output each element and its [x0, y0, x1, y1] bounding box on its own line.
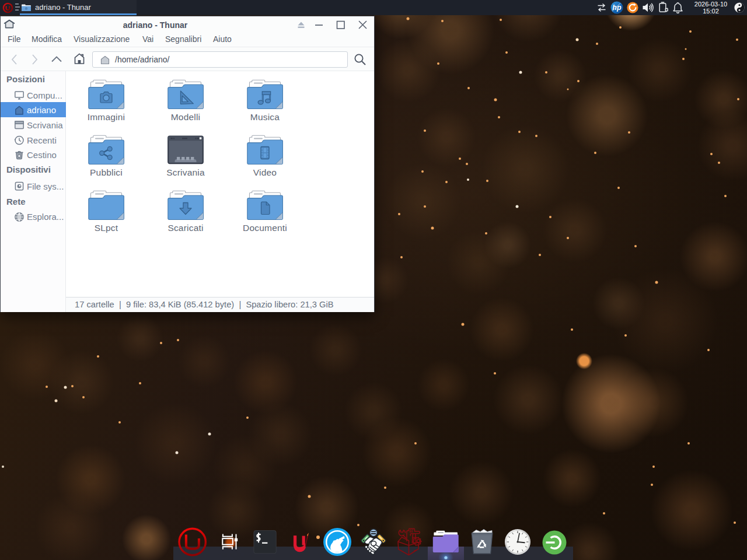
svg-text:hp: hp [612, 4, 622, 12]
